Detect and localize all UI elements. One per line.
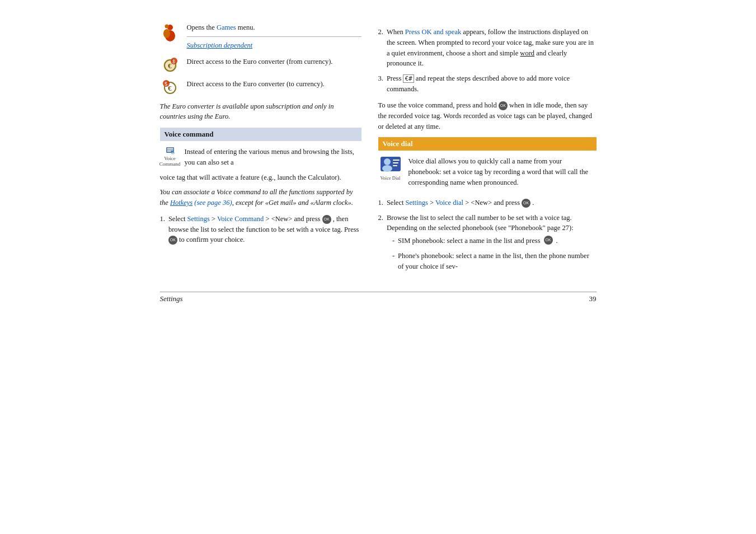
svg-text:$: $ [172, 59, 175, 64]
svg-rect-15 [167, 149, 173, 151]
voice-dial-label: Voice Dial [381, 175, 401, 181]
footer-left: Settings [160, 294, 183, 303]
subscription-text: Subscription dependent [187, 40, 361, 51]
vd-step-2-num: 2. [378, 213, 383, 277]
divider-1 [187, 36, 361, 37]
vd-steps: 1. Select Settings > Voice dial > <New> … [378, 198, 597, 277]
vc-intro-cont: voice tag that will activate a feature (… [160, 172, 361, 183]
euro-to-desc: Direct access to the Euro converter (to … [187, 79, 361, 90]
vd-intro: Voice dial allows you to quickly call a … [408, 156, 597, 189]
euro-from-desc: Direct access to the Euro converter (fro… [187, 57, 361, 67]
vc-steps: 1. Select Settings > Voice Command > <Ne… [160, 214, 361, 245]
vc-step-1-text: Select Settings > Voice Command > <New> … [168, 214, 361, 245]
to-use-text: To use the voice command, press and hold… [378, 100, 597, 133]
svg-rect-14 [167, 148, 173, 149]
vd-step-2-text: Browse the list to select the call numbe… [387, 213, 597, 277]
euro-to-row: € $ Direct access to the Euro converter … [160, 79, 361, 96]
games-link[interactable]: Games [217, 24, 236, 31]
svg-point-2 [165, 25, 168, 29]
euro-from-text: Direct access to the Euro converter (fro… [187, 57, 361, 67]
svg-rect-22 [393, 160, 400, 161]
voice-dial-link[interactable]: Voice dial [435, 199, 463, 207]
press-ok-link[interactable]: Press OK and speak [405, 28, 461, 36]
right-steps: 2. When Press OK and speak appears, foll… [378, 27, 597, 95]
ok-icon-sim: OK [544, 236, 553, 245]
right-step-2-text: When Press OK and speak appears, follow … [387, 27, 597, 69]
vc-step-1-num: 1. [160, 214, 165, 245]
voice-command-icon: ▶ [161, 147, 179, 154]
ok-hold-icon: OK [499, 101, 508, 110]
right-step-3-text: Press €# and repeat the steps described … [387, 73, 597, 95]
svg-point-3 [163, 29, 170, 38]
right-step-3: 3. Press €# and repeat the steps describ… [378, 73, 597, 95]
svg-text:€: € [168, 62, 172, 70]
euro-from-icon-cell: € $ [160, 57, 180, 73]
euro-to-text: Direct access to the Euro converter (to … [187, 79, 361, 90]
right-step-2-num: 2. [378, 27, 383, 69]
game-icon [162, 24, 178, 43]
vd-step-1-text: Select Settings > Voice dial > <New> and… [387, 198, 534, 208]
vc-icon-area: ▶ Voice Command Instead of entering the … [160, 147, 361, 168]
ok-button-icon-1: OK [322, 215, 331, 224]
svg-rect-16 [167, 151, 171, 152]
footer-right: 39 [589, 294, 597, 303]
euro-from-row: € $ Direct access to the Euro converter … [160, 57, 361, 73]
voice-dial-icon-wrap: Voice Dial [378, 156, 403, 181]
main-content: Opens the Games menu. Subscription depen… [160, 22, 597, 280]
euro-to-icon-cell: € $ [160, 79, 180, 96]
vd-dash-list: SIM phonebook: select a name in the list… [392, 236, 597, 271]
ok-button-icon-2: OK [168, 236, 177, 245]
svg-point-20 [384, 158, 391, 165]
vd-icon-area: Voice Dial Voice dial allows you to quic… [378, 156, 597, 193]
vc-intro-text: Instead of entering the various menus an… [185, 147, 361, 168]
vd-dash-1: SIM phonebook: select a name in the list… [392, 236, 597, 246]
games-row: Opens the Games menu. Subscription depen… [160, 22, 361, 51]
games-text: Opens the Games menu. [187, 22, 361, 33]
svg-point-21 [382, 165, 392, 172]
voice-dial-header: Voice dial [378, 137, 597, 151]
settings-link-2[interactable]: Settings [406, 199, 428, 207]
svg-rect-24 [393, 165, 397, 166]
voice-command-header: Voice command [160, 128, 361, 141]
vd-step-1-num: 1. [378, 198, 383, 208]
vc-intro: Instead of entering the various menus an… [185, 147, 361, 168]
games-text-cell: Opens the Games menu. Subscription depen… [187, 22, 361, 51]
svg-rect-23 [393, 162, 398, 163]
page-container: Opens the Games menu. Subscription depen… [160, 22, 597, 303]
left-column: Opens the Games menu. Subscription depen… [160, 22, 361, 280]
right-step-3-num: 3. [378, 73, 383, 95]
vc-italic-note: You can associate a Voice command to all… [160, 187, 361, 208]
vc-step-1: 1. Select Settings > Voice Command > <Ne… [160, 214, 361, 245]
voice-command-icon-wrap: ▶ Voice Command [160, 147, 180, 167]
game-icon-cell [160, 22, 180, 43]
vd-step-2: 2. Browse the list to select the call nu… [378, 213, 597, 277]
voice-command-link-1[interactable]: Voice Command [217, 215, 264, 223]
vd-step-1: 1. Select Settings > Voice dial > <New> … [378, 198, 597, 208]
vc-icon-label: Voice Command [159, 156, 181, 167]
right-step-2: 2. When Press OK and speak appears, foll… [378, 27, 597, 69]
euro-from-icon: € $ [162, 58, 179, 73]
settings-link-1[interactable]: Settings [187, 215, 210, 223]
vd-dash-2: Phone's phonebook: select a name in the … [392, 251, 597, 272]
svg-text:$: $ [165, 81, 167, 87]
page-footer: Settings 39 [160, 292, 597, 303]
voice-command-section: Voice command ▶ Voice Command [160, 128, 361, 245]
voice-dial-icon [380, 156, 401, 174]
euro-to-icon: € $ [162, 80, 179, 96]
euro-note: The Euro converter is available upon sub… [160, 101, 361, 123]
ok-icon-vd: OK [522, 199, 530, 208]
right-column: 2. When Press OK and speak appears, foll… [378, 22, 597, 280]
